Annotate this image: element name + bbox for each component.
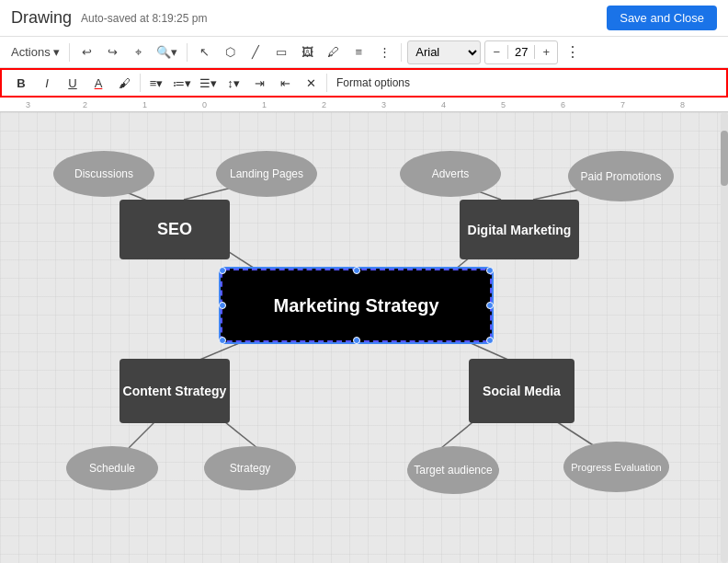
toolbar-separator	[69, 43, 70, 62]
seo-node[interactable]: SEO	[119, 200, 230, 259]
font-size-decrease-button[interactable]: −	[485, 40, 507, 64]
indent-decrease-button[interactable]: ⇤	[273, 72, 297, 94]
resize-handle-ml[interactable]	[219, 302, 226, 309]
resize-handle-mr[interactable]	[486, 302, 494, 309]
progress-evaluation-node[interactable]: Progress Evaluation	[563, 442, 669, 492]
topbar-left: Drawing Auto-saved at 8:19:25 pm	[11, 8, 207, 28]
schedule-node[interactable]: Schedule	[66, 446, 158, 490]
actions-menu-button[interactable]: Actions ▾	[7, 40, 63, 64]
shape-tool-button[interactable]: ⬡	[219, 40, 241, 64]
marketing-strategy-node[interactable]: Marketing Strategy	[221, 269, 492, 342]
strategy-node[interactable]: Strategy	[204, 446, 296, 490]
autosave-status: Auto-saved at 8:19:25 pm	[81, 12, 207, 25]
bold-button[interactable]: B	[9, 72, 33, 94]
app-title: Drawing	[11, 8, 72, 28]
paid-promotions-node[interactable]: Paid Promotions	[568, 151, 674, 201]
resize-handle-bm[interactable]	[353, 337, 360, 344]
font-size-input[interactable]	[507, 45, 535, 59]
paint-button[interactable]: 🖊	[322, 40, 344, 64]
highlight-button[interactable]: 🖌	[112, 72, 136, 94]
toolbar-separator	[140, 74, 141, 92]
scrollbar-thumb[interactable]	[721, 131, 728, 186]
ruler: 3 2 1 0 1 2 3 4 5 6 7 8	[0, 98, 728, 112]
target-audience-node[interactable]: Target audience	[407, 446, 499, 494]
drawing-canvas[interactable]: Discussions Landing Pages Adverts Paid P…	[0, 112, 728, 563]
font-selector[interactable]: Arial	[407, 40, 481, 64]
line-spacing-button[interactable]: ↕▾	[222, 72, 245, 94]
resize-handle-br[interactable]	[486, 337, 494, 344]
indent-list-button[interactable]: ☰▾	[196, 72, 220, 94]
resize-handle-tr[interactable]	[486, 267, 494, 274]
select-tool-button[interactable]: ↖	[193, 40, 215, 64]
indent-increase-button[interactable]: ⇥	[247, 72, 271, 94]
text-align-button[interactable]: ≡▾	[144, 72, 168, 94]
italic-button[interactable]: I	[35, 72, 59, 94]
adverts-node[interactable]: Adverts	[400, 151, 501, 197]
discussions-node[interactable]: Discussions	[53, 151, 154, 197]
digital-marketing-node[interactable]: Digital Marketing	[460, 200, 579, 259]
cursor-button[interactable]: ⌖	[127, 40, 149, 64]
align-center-button[interactable]: ⋮	[373, 40, 395, 64]
clear-formatting-button[interactable]: ✕	[299, 72, 323, 94]
font-color-button[interactable]: A	[86, 72, 110, 94]
line-tool-button[interactable]: ╱	[245, 40, 267, 64]
format-options-button[interactable]: Format options	[331, 75, 415, 91]
top-bar: Drawing Auto-saved at 8:19:25 pm Save an…	[0, 0, 728, 37]
list-button[interactable]: ≔▾	[170, 72, 194, 94]
image-tool-button[interactable]: 🖼	[296, 40, 318, 64]
font-size-group: − +	[484, 40, 558, 64]
zoom-button[interactable]: 🔍▾	[153, 40, 181, 64]
align-left-button[interactable]: ≡	[347, 40, 370, 64]
landing-pages-node[interactable]: Landing Pages	[216, 151, 317, 197]
text-formatting-toolbar: B I U A 🖌 ≡▾ ≔▾ ☰▾ ↕▾ ⇥ ⇤ ✕ Format optio…	[0, 68, 728, 98]
toolbar-separator	[401, 43, 402, 62]
more-options-button[interactable]: ⋮	[562, 40, 584, 64]
resize-handle-top[interactable]	[353, 267, 360, 274]
font-size-increase-button[interactable]: +	[535, 40, 557, 64]
main-toolbar: Actions ▾ ↩ ↪ ⌖ 🔍▾ ↖ ⬡ ╱ ▭ 🖼 🖊 ≡ ⋮ Arial…	[0, 37, 728, 68]
toolbar-separator	[187, 43, 188, 62]
save-close-button[interactable]: Save and Close	[607, 6, 717, 30]
social-media-node[interactable]: Social Media	[469, 359, 574, 423]
content-strategy-node[interactable]: Content Strategy	[119, 359, 230, 423]
rect-tool-button[interactable]: ▭	[270, 40, 292, 64]
redo-button[interactable]: ↪	[101, 40, 123, 64]
toolbar-separator	[326, 74, 327, 92]
resize-handle-bl[interactable]	[219, 337, 226, 344]
underline-button[interactable]: U	[61, 72, 85, 94]
undo-button[interactable]: ↩	[75, 40, 97, 64]
resize-handle-tl[interactable]	[219, 267, 226, 274]
vertical-scrollbar[interactable]	[721, 112, 728, 563]
